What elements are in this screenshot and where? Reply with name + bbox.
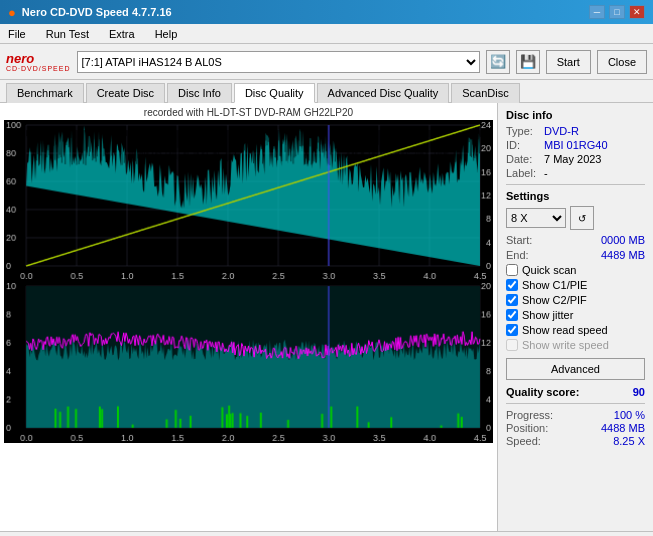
separator-2 bbox=[506, 403, 645, 404]
save-icon[interactable]: 💾 bbox=[516, 50, 540, 74]
read-speed-checkbox[interactable] bbox=[506, 324, 518, 336]
nero-sub: CD·DVD/SPEED bbox=[6, 65, 71, 72]
speed-row: 8 X ↺ bbox=[506, 206, 645, 230]
disc-info-title: Disc info bbox=[506, 109, 645, 121]
advanced-button[interactable]: Advanced bbox=[506, 358, 645, 380]
disc-type-row: Type: DVD-R bbox=[506, 125, 645, 137]
title-bar-left: ● Nero CD-DVD Speed 4.7.7.16 bbox=[8, 5, 172, 20]
position-row: Position: 4488 MB bbox=[506, 422, 645, 434]
checkbox-c1-pie: Show C1/PIE bbox=[506, 279, 645, 291]
nero-logo-area: nero CD·DVD/SPEED bbox=[6, 52, 71, 72]
speed-label: Speed: bbox=[506, 435, 541, 447]
progress-row: Progress: 100 % bbox=[506, 409, 645, 421]
date-label: Date: bbox=[506, 153, 544, 165]
main-content: recorded with HL-DT-ST DVD-RAM GH22LP20 … bbox=[0, 103, 653, 531]
chart-area: recorded with HL-DT-ST DVD-RAM GH22LP20 bbox=[0, 103, 498, 531]
jitter-label: Show jitter bbox=[522, 309, 573, 321]
disc-id-row: ID: MBI 01RG40 bbox=[506, 139, 645, 151]
quick-scan-label: Quick scan bbox=[522, 264, 576, 276]
label-label: Label: bbox=[506, 167, 544, 179]
close-button[interactable]: ✕ bbox=[629, 5, 645, 19]
title-bar-controls: ─ □ ✕ bbox=[589, 5, 645, 19]
progress-value: 100 % bbox=[614, 409, 645, 421]
menu-run-test[interactable]: Run Test bbox=[42, 27, 93, 41]
minimize-button[interactable]: ─ bbox=[589, 5, 605, 19]
tab-advanced-disc-quality[interactable]: Advanced Disc Quality bbox=[317, 83, 450, 103]
nero-logo: nero bbox=[6, 52, 71, 65]
start-label: Start: bbox=[506, 234, 532, 246]
speed-select[interactable]: 8 X bbox=[506, 208, 566, 228]
maximize-button[interactable]: □ bbox=[609, 5, 625, 19]
c1-pie-checkbox[interactable] bbox=[506, 279, 518, 291]
menu-extra[interactable]: Extra bbox=[105, 27, 139, 41]
tab-create-disc[interactable]: Create Disc bbox=[86, 83, 165, 103]
app-title: Nero CD-DVD Speed 4.7.7.16 bbox=[22, 6, 172, 18]
position-value: 4488 MB bbox=[601, 422, 645, 434]
bottom-chart bbox=[4, 281, 493, 442]
menu-bar: File Run Test Extra Help bbox=[0, 24, 653, 44]
tab-scan-disc[interactable]: ScanDisc bbox=[451, 83, 519, 103]
quality-row: Quality score: 90 bbox=[506, 386, 645, 398]
progress-label: Progress: bbox=[506, 409, 553, 421]
read-speed-label: Show read speed bbox=[522, 324, 608, 336]
start-value: 0000 MB bbox=[601, 234, 645, 246]
date-value: 7 May 2023 bbox=[544, 153, 601, 165]
close-button-toolbar[interactable]: Close bbox=[597, 50, 647, 74]
speed-value: 8.25 X bbox=[613, 435, 645, 447]
toolbar: nero CD·DVD/SPEED [7:1] ATAPI iHAS124 B … bbox=[0, 44, 653, 80]
disc-date-row: Date: 7 May 2023 bbox=[506, 153, 645, 165]
c2-pif-label: Show C2/PIF bbox=[522, 294, 587, 306]
id-value: MBI 01RG40 bbox=[544, 139, 608, 151]
label-value: - bbox=[544, 167, 548, 179]
speed-row-prog: Speed: 8.25 X bbox=[506, 435, 645, 447]
settings-refresh-icon[interactable]: ↺ bbox=[570, 206, 594, 230]
settings-title: Settings bbox=[506, 190, 645, 202]
checkbox-quick-scan: Quick scan bbox=[506, 264, 645, 276]
start-row: Start: 0000 MB bbox=[506, 234, 645, 246]
tab-benchmark[interactable]: Benchmark bbox=[6, 83, 84, 103]
end-label: End: bbox=[506, 249, 529, 261]
top-chart bbox=[4, 120, 493, 281]
chart-title: recorded with HL-DT-ST DVD-RAM GH22LP20 bbox=[4, 107, 493, 118]
side-panel: Disc info Type: DVD-R ID: MBI 01RG40 Dat… bbox=[498, 103, 653, 531]
end-row: End: 4489 MB bbox=[506, 249, 645, 261]
id-label: ID: bbox=[506, 139, 544, 151]
menu-file[interactable]: File bbox=[4, 27, 30, 41]
quality-label: Quality score: bbox=[506, 386, 579, 398]
checkbox-read-speed: Show read speed bbox=[506, 324, 645, 336]
refresh-icon[interactable]: 🔄 bbox=[486, 50, 510, 74]
checkbox-jitter: Show jitter bbox=[506, 309, 645, 321]
separator-1 bbox=[506, 184, 645, 185]
checkbox-write-speed: Show write speed bbox=[506, 339, 645, 351]
drive-select[interactable]: [7:1] ATAPI iHAS124 B AL0S bbox=[77, 51, 480, 73]
progress-section: Progress: 100 % Position: 4488 MB Speed:… bbox=[506, 409, 645, 447]
write-speed-label: Show write speed bbox=[522, 339, 609, 351]
disc-label-row: Label: - bbox=[506, 167, 645, 179]
jitter-checkbox[interactable] bbox=[506, 309, 518, 321]
tab-disc-quality[interactable]: Disc Quality bbox=[234, 83, 315, 103]
position-label: Position: bbox=[506, 422, 548, 434]
write-speed-checkbox[interactable] bbox=[506, 339, 518, 351]
tabs-bar: Benchmark Create Disc Disc Info Disc Qua… bbox=[0, 80, 653, 103]
start-button[interactable]: Start bbox=[546, 50, 591, 74]
stats-bar: PI Errors Average: 47.23 Maximum: 95 Tot… bbox=[0, 531, 653, 536]
end-value: 4489 MB bbox=[601, 249, 645, 261]
quality-value: 90 bbox=[633, 386, 645, 398]
quick-scan-checkbox[interactable] bbox=[506, 264, 518, 276]
menu-help[interactable]: Help bbox=[151, 27, 182, 41]
c1-pie-label: Show C1/PIE bbox=[522, 279, 587, 291]
type-label: Type: bbox=[506, 125, 544, 137]
c2-pif-checkbox[interactable] bbox=[506, 294, 518, 306]
checkbox-c2-pif: Show C2/PIF bbox=[506, 294, 645, 306]
title-bar: ● Nero CD-DVD Speed 4.7.7.16 ─ □ ✕ bbox=[0, 0, 653, 24]
type-value: DVD-R bbox=[544, 125, 579, 137]
tab-disc-info[interactable]: Disc Info bbox=[167, 83, 232, 103]
